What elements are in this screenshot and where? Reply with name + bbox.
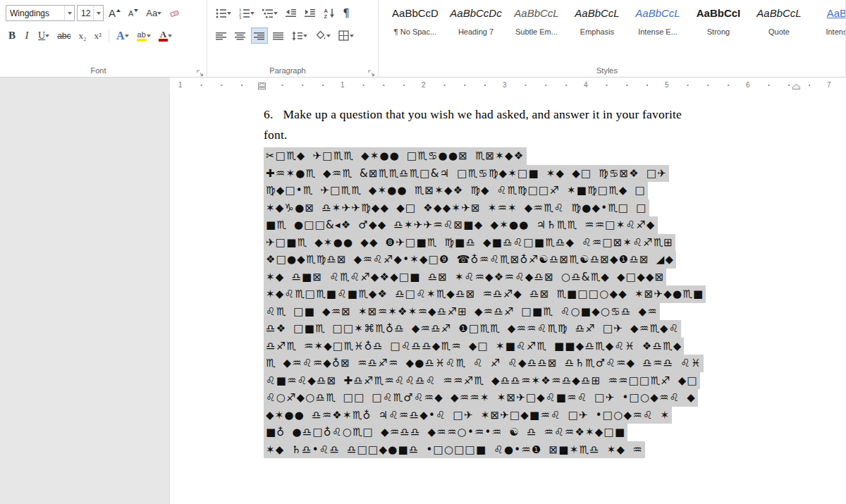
selected-wingdings-line[interactable]: ✶◆ ♄♎•♌♎ ♎□□◆●■♎ •□○□□■ ♌●•♒❶ ⊠■✶♏♎ ✶◆ ♒ [264, 441, 645, 459]
numbered-list-icon: 123 [239, 8, 250, 19]
selected-wingdings-line[interactable]: ◆✶●● ♎♒❖✶♏♁ ♃♌♒♎◆•♌ □✈ ✶⊠✈□◆■♒♌ □✈ •□○◆♒… [264, 407, 672, 424]
underline-button[interactable]: U [35, 27, 52, 44]
down-arrow-icon [134, 9, 138, 12]
decrease-indent-button[interactable] [283, 5, 300, 21]
selected-wingdings-line[interactable]: ■♁ ●♎□♁♌○♏□ ◆♒♎♎ ◆♒♒○•♒•♒ ☯ ♎ ♒♌♒❖✶◆□■ [264, 424, 627, 441]
clear-formatting-button[interactable] [166, 5, 183, 21]
font-color-button[interactable]: A [156, 27, 175, 44]
document-page[interactable]: 6.Make up a question that you wish we ha… [170, 93, 846, 504]
align-right-button[interactable] [251, 27, 268, 44]
style-heading-7[interactable]: AaBbCcDc Heading 7 [446, 6, 505, 36]
chevron-down-icon [168, 35, 172, 37]
document-background [0, 93, 170, 504]
style-preview: AaBbCcL [568, 7, 627, 19]
svg-text:Z: Z [324, 13, 328, 19]
paragraph-dialog-launcher[interactable] [368, 67, 375, 74]
style-intense-reference[interactable]: AaBb Intens... [810, 6, 845, 36]
horizontal-ruler[interactable]: 1 1 2 3 4 5 6 7 [0, 78, 846, 93]
document-view: 6.Make up a question that you wish we ha… [0, 93, 846, 504]
superscript-label: x² [94, 30, 102, 42]
style-quote[interactable]: AaBbCcL Quote [749, 6, 809, 36]
chevron-down-icon [250, 12, 255, 15]
strikethrough-label: abc [57, 31, 70, 41]
multilevel-list-icon [262, 8, 274, 19]
right-indent-marker[interactable] [792, 80, 800, 92]
sort-az-icon: AZ [324, 8, 335, 19]
font-name-select[interactable]: Wingdings [6, 5, 75, 21]
chevron-down-icon[interactable] [93, 6, 103, 20]
selected-wingdings-line[interactable]: ♌■♒♌◆♎⊠ ✚♎♐♏♒♌♌♎♌ ♒♒♐♏ ◆♎♎♒✶❖♒♎◆♎⊞ ♒♒□□♏… [264, 372, 700, 390]
selected-wingdings-line[interactable]: ❖□●◆♏♍♎⊠ ◆♒♌♐◆•✶◆□❾ ☎♁♒♌♏⊠♁♐☯♎⊠♏☯♎⊠◆❶♎⊠ … [264, 251, 676, 269]
selected-wingdings-line[interactable]: ✶◆ ♎■⊠ ♌♏♌♐◆❖◆□■ ♎⊠ ✶♌♒◆❖♒♌◆♎⊠ ○♎&♏◆ ◆□◆… [264, 269, 666, 286]
pilcrow-icon: ¶ [343, 7, 350, 20]
selected-wingdings-line[interactable]: ✚♒✶●♏ ◆♒♏ &⊠♏♏♎♏□&♃ □♏♋♍◆✶□■ ✶◆ ◆□ ♍♋⊠❖ … [264, 165, 669, 183]
italic-label: I [25, 30, 29, 42]
bullets-button[interactable] [213, 5, 234, 21]
style-label: Intens... [810, 27, 845, 36]
sort-button[interactable]: AZ [321, 5, 338, 21]
dialog-launcher-icon [197, 70, 204, 77]
paint-bucket-icon [315, 30, 326, 42]
font-size-select[interactable]: 12 [77, 5, 104, 21]
grow-font-button[interactable]: A [106, 5, 123, 21]
question-paragraph[interactable]: 6.Make up a question that you wish we ha… [264, 104, 846, 125]
text-highlight-button[interactable]: ab [134, 27, 154, 44]
word-window: Wingdings 12 A A Aa [0, 0, 846, 504]
italic-button[interactable]: I [20, 27, 33, 44]
selected-wingdings-line[interactable]: ✶◆♑●⊠ ♎✶✈✈♍◆◆ ◆□ ❖◆◆✶✈⊠ ✶♒✶ ◆♒♏♌ ♍●◆•♏□ … [264, 199, 649, 217]
style-strong[interactable]: AaBbCcI Strong [689, 6, 748, 36]
change-case-label: Aa [146, 8, 157, 18]
selected-wingdings-line[interactable]: ■♏ ●□□&◂❖ ♂◆◆ ♎✶✈✈♒♌⊠■◆ ◆✶●● ♃♄♏♏ ♒♒□✶♌♐… [264, 216, 658, 234]
text-effects-button[interactable]: A [114, 27, 132, 44]
selected-wingdings-line[interactable]: ♏ ◆♒♌♒◆♁⊠ ♒♎♐♒ ◆●♎♓♌♏ ♌ ♐ ♌◆♎♎⊠ ♎♄♏♂♌♒◆ … [264, 355, 704, 372]
chevron-down-icon [350, 35, 354, 37]
style-intense-emphasis[interactable]: AaBbCcL Intense E... [628, 6, 687, 36]
selected-wingdings-line[interactable]: ♎❖ □■♏ □□✶⌘♏♁♎ ◆♒♎♐ ❶□♏♏ ◆♒♒♌♏♍ ♎♐ □✈ ◆♒… [264, 320, 681, 338]
selected-wingdings-line[interactable]: ✂□♏◆ ✈□♏♏ ◆✶●● □♏♋●●⊠ ♏⊠✶◆❖ [264, 147, 527, 165]
align-left-button[interactable] [213, 27, 230, 44]
wingdings-answer-block[interactable]: ✂□♏◆ ✈□♏♏ ◆✶●● □♏♋●●⊠ ♏⊠✶◆❖ ✚♒✶●♏ ◆♒♏ &⊠… [264, 147, 846, 458]
strikethrough-button[interactable]: abc [54, 27, 73, 44]
chevron-down-icon [125, 35, 129, 37]
selected-wingdings-line[interactable]: ✶◆♌♏□♏■♌■♏◆❖ ♎□♌✶♏◆♎⊠ ♒♎♐◆ ♎⊠ ♏■□□○◆◆ ✶⊠… [264, 285, 706, 303]
hanging-indent-marker[interactable] [258, 80, 266, 92]
question-text-line2[interactable]: font. [264, 125, 846, 145]
multilevel-list-button[interactable] [259, 5, 281, 21]
style-label: ¶ No Spac... [386, 27, 445, 36]
selected-wingdings-line[interactable]: ✈□■♏ ◆✶●● ◆◆ ❽✈□■♏ ♍■♎ ◆■♎♌□■♏♎◆ ♌♒□⊠✶♌♐… [264, 234, 675, 252]
selected-wingdings-line[interactable]: ♌○♐◆○♎♏ □□ □♌♏♂♌♒◆ ◆♒♒✶ ✶⊠✈□◆♌■♒♌ □✈ •□○… [264, 389, 698, 407]
chevron-down-icon [303, 35, 307, 37]
shading-button[interactable] [312, 27, 333, 44]
subscript-button[interactable]: x₂ [76, 27, 90, 44]
style-preview: AaBbCcL [507, 7, 566, 19]
line-spacing-button[interactable] [289, 27, 310, 44]
chevron-down-icon [157, 12, 161, 15]
style-emphasis[interactable]: AaBbCcL Emphasis [568, 6, 627, 36]
chevron-down-icon [227, 12, 231, 15]
font-name-value: Wingdings [6, 8, 64, 18]
chevron-down-icon [45, 35, 49, 37]
bold-button[interactable]: B [6, 27, 18, 44]
style-subtle-emphasis[interactable]: AaBbCcL Subtle Em... [507, 6, 566, 36]
selected-wingdings-line[interactable]: ♌♏ □■ ◆♒⊠ ✶⊠♒✶❖✶♒◆♎♐⊞ ◆♒♎♐ □■♏ ♌○■◆○♋♎ ◆… [264, 303, 660, 321]
justify-button[interactable] [270, 27, 287, 44]
font-group-label: Font [0, 66, 197, 75]
align-center-button[interactable] [232, 27, 249, 44]
ruler-number: 5 [663, 80, 671, 90]
font-dialog-launcher[interactable] [197, 67, 204, 74]
change-case-button[interactable]: Aa [143, 5, 164, 21]
shrink-font-button[interactable]: A [125, 5, 141, 21]
increase-indent-button[interactable] [302, 5, 319, 21]
selected-wingdings-line[interactable]: ♍◆□•♏ ✈□♏♏ ◆✶●● ♏⊠✶◆❖ ♍◆ ♌♏♍□□♐ ✶■♍□♏◆ □ [264, 182, 648, 199]
selected-wingdings-line[interactable]: ♎♐♏ ♒✶◆□♏♓♁♎ □♌♎♎◆♏♒ ◆□ ✶■♌♐♏ ■■◆♎♏◆♌♓ ❖… [264, 338, 684, 355]
show-hide-paragraph-button[interactable]: ¶ [340, 5, 352, 21]
superscript-button[interactable]: x² [92, 27, 104, 44]
style-label: Heading 7 [446, 27, 505, 36]
text-effects-letter: A [116, 30, 125, 42]
bold-label: B [8, 30, 16, 42]
chevron-down-icon[interactable] [64, 6, 74, 20]
numbering-button[interactable]: 123 [236, 5, 257, 21]
borders-button[interactable] [336, 27, 357, 44]
style-no-spacing[interactable]: AaBbCcD ¶ No Spac... [386, 6, 445, 36]
style-label: Quote [749, 27, 809, 36]
